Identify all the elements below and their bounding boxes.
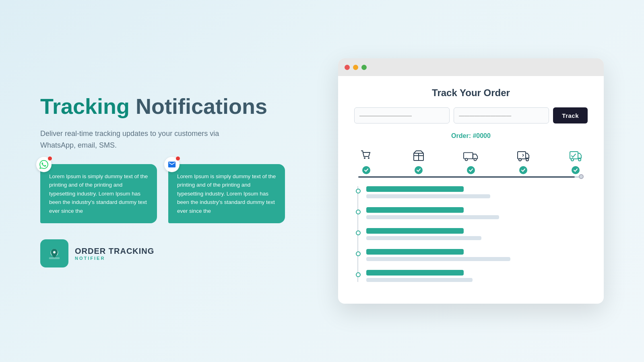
svg-point-15 (578, 158, 581, 161)
dispatch-check (467, 166, 475, 174)
chat-bubbles: Lorem Ipsum is simply dummy text of the … (40, 164, 314, 224)
brand-name: ORDER TRACKING (75, 247, 154, 256)
timeline-dot-4 (356, 251, 361, 256)
brand-text: ORDER TRACKING NOTIFIER (75, 247, 154, 261)
status-transit (515, 148, 531, 174)
browser-mockup: Track Your Order Track Order: #0000 (338, 58, 604, 304)
transit-check (519, 166, 527, 174)
headline-highlight: Tracking (40, 94, 130, 118)
bubble2-text: Lorem Ipsum is simply dummy text of the … (177, 172, 276, 216)
email-bubble: Lorem Ipsum is simply dummy text of the … (168, 164, 285, 224)
timeline-bar-secondary-5 (366, 278, 473, 282)
timeline-item-1 (366, 186, 588, 198)
svg-point-3 (368, 157, 369, 159)
timeline-bar-primary-3 (366, 228, 464, 234)
email-input[interactable] (454, 107, 549, 123)
brand-logo (40, 239, 68, 267)
timeline-dot-2 (356, 210, 361, 214)
timeline-item-3 (366, 228, 588, 240)
timeline-item-5 (366, 270, 588, 282)
timeline-dot-5 (356, 272, 361, 277)
timeline-bar-primary-5 (366, 270, 464, 276)
timeline-item-2 (366, 207, 588, 219)
timeline (354, 186, 588, 282)
track-inputs-row: Track (354, 107, 588, 123)
svg-rect-1 (49, 257, 60, 259)
whatsapp-icon (36, 157, 52, 172)
brand-sub: NOTIFIER (75, 256, 154, 261)
bubble1-text: Lorem Ipsum is simply dummy text of the … (49, 172, 148, 216)
maximize-dot[interactable] (361, 65, 367, 70)
close-dot[interactable] (345, 65, 350, 70)
order-number: Order: #0000 (354, 132, 588, 140)
svg-point-12 (526, 158, 528, 161)
progress-bar (358, 176, 584, 178)
whatsapp-badge (47, 156, 52, 161)
left-panel: Tracking Notifications Deliver real-time… (40, 95, 314, 268)
timeline-bar-primary-1 (366, 186, 464, 192)
brand-footer: ORDER TRACKING NOTIFIER (40, 239, 314, 267)
email-badge (175, 156, 180, 161)
svg-rect-10 (518, 152, 526, 159)
progress-thumb (579, 174, 584, 179)
status-icons-row (354, 148, 588, 174)
timeline-dot-3 (356, 230, 361, 235)
order-id-input[interactable] (354, 107, 450, 123)
status-package (411, 148, 427, 174)
svg-point-9 (474, 158, 477, 161)
svg-rect-13 (570, 152, 578, 159)
whatsapp-bubble: Lorem Ipsum is simply dummy text of the … (40, 164, 157, 224)
subtitle: Deliver real-time tracking updates to yo… (40, 128, 242, 151)
track-button[interactable]: Track (553, 107, 588, 123)
minimize-dot[interactable] (353, 65, 358, 70)
timeline-bar-primary-4 (366, 249, 464, 255)
svg-point-14 (571, 158, 574, 161)
timeline-bar-secondary-1 (366, 194, 490, 198)
email-icon (164, 157, 180, 172)
svg-point-2 (364, 157, 365, 159)
package-icon (411, 148, 427, 164)
delivered-icon (568, 148, 584, 164)
svg-point-8 (465, 158, 468, 161)
svg-rect-7 (464, 152, 473, 158)
package-check (415, 166, 423, 174)
headline: Tracking Notifications (40, 95, 314, 118)
timeline-bar-secondary-3 (366, 236, 481, 240)
track-title: Track Your Order (354, 87, 588, 99)
status-delivered (568, 148, 584, 174)
transit-icon (515, 148, 531, 164)
timeline-bar-secondary-2 (366, 215, 499, 219)
svg-point-11 (519, 158, 521, 161)
headline-rest: Notifications (130, 94, 267, 118)
timeline-bar-primary-2 (366, 207, 464, 213)
dispatch-icon (463, 148, 479, 164)
status-cart (358, 148, 374, 174)
timeline-item-4 (366, 249, 588, 261)
cart-icon (358, 148, 374, 164)
timeline-dot-1 (356, 189, 361, 193)
status-dispatch (463, 148, 479, 174)
page-container: Tracking Notifications Deliver real-time… (16, 12, 628, 350)
delivered-check (572, 166, 580, 174)
browser-bar (338, 58, 604, 76)
timeline-bar-secondary-4 (366, 257, 510, 261)
progress-fill (358, 176, 575, 178)
browser-content: Track Your Order Track Order: #0000 (338, 76, 604, 304)
cart-check (362, 166, 370, 174)
